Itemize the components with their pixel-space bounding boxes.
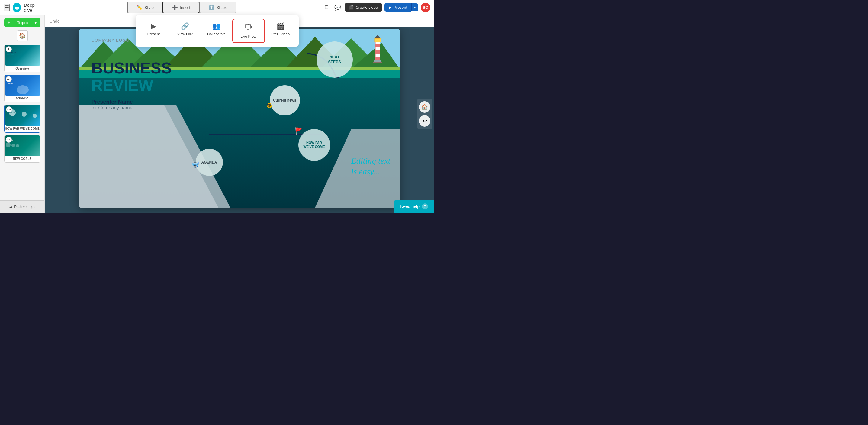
cloud-logo (13, 3, 21, 12)
agenda-label: AGENDA (201, 160, 217, 165)
hamburger-menu[interactable]: ☰ (4, 4, 10, 11)
share-collaborate-option[interactable]: 👥 Collaborate (201, 19, 232, 43)
share-tab[interactable]: ⬆️ Share (199, 1, 237, 13)
path-settings-button[interactable]: ⇄ Path settings (0, 200, 45, 213)
slide-badge-2-3: 2-3 (6, 76, 12, 82)
agenda-circle[interactable]: AGENDA (196, 149, 223, 176)
next-steps-circle[interactable]: NEXTSTEPS (316, 41, 353, 78)
slide-label-overview: Overview (4, 65, 40, 72)
style-icon: ✏️ (136, 4, 143, 10)
company-name-sub: for Company name (92, 105, 172, 111)
slide-badge-12-20: 12-20 (6, 137, 12, 143)
how-far-circle[interactable]: HOW FARWE'VE COME (299, 129, 330, 161)
business-text: BUSINESS (92, 60, 172, 77)
prezi-video-icon: 🎬 (276, 22, 284, 30)
need-help-button[interactable]: Need help ? (394, 200, 434, 213)
insert-tab[interactable]: ➕ Insert (163, 1, 199, 13)
sidebar: + Topic ▾ 🏠 1 BUSINESS REVIEW Overview 2… (0, 15, 45, 213)
svg-rect-3 (246, 25, 250, 28)
fish-illustration: 🐠 (266, 102, 273, 109)
plus-icon: + (8, 20, 10, 25)
editing-text: Editing textis easy... (351, 155, 391, 177)
slide-thumb-howfar[interactable]: 4-11 HOW FAR HOW FAR WE'VE COME (4, 105, 40, 133)
help-question-icon: ? (422, 203, 428, 209)
presenter-name: Presenter Name (92, 99, 172, 105)
company-logo-text: COMPANY COMPANY LOGOLOGO (92, 38, 130, 42)
slide-preview-overview: 1 BUSINESS REVIEW (4, 45, 40, 65)
topic-caret-icon: ▾ (34, 20, 36, 25)
present-button-group: ▶ Present ▾ (384, 3, 418, 12)
slide-thumb-overview[interactable]: 1 BUSINESS REVIEW Overview (4, 45, 40, 72)
insert-icon: ➕ (172, 4, 178, 10)
slide-label-agenda: AGENDA (4, 95, 40, 102)
slide-badge-4-11: 4-11 (6, 106, 12, 112)
topbar: ☰ Deep dive ✏️ Style ➕ Insert ⬆️ Share 🗒… (0, 0, 434, 15)
review-text: REVIEW (92, 77, 172, 94)
how-far-label: HOW FARWE'VE COME (303, 141, 325, 149)
slide-thumb-agenda[interactable]: 2-3 AGENDA AGENDA (4, 75, 40, 102)
share-dropdown: ▶ Present 🔗 View Link 👥 Collaborate Live… (135, 15, 299, 47)
undo-label[interactable]: Undo (50, 19, 60, 24)
slide-preview-newgoals: 12-20 NEW GOALS (4, 135, 40, 156)
link-icon: 🔗 (181, 22, 189, 30)
path-settings-icon: ⇄ (9, 205, 12, 209)
share-viewlink-option[interactable]: 🔗 View Link (169, 19, 201, 43)
next-steps-label: NEXTSTEPS (328, 55, 341, 64)
topbar-left: ☰ Deep dive (0, 2, 45, 13)
present-button[interactable]: ▶ Present (384, 3, 411, 12)
home-slide-button[interactable]: 🏠 (17, 30, 28, 41)
slide-label-howfar: HOW FAR WE'VE COME (5, 126, 40, 132)
slide-badge-1: 1 (6, 46, 12, 52)
slide-content: COMPANY COMPANY LOGOLOGO BUSINESS REVIEW… (80, 29, 400, 208)
slide-preview-agenda: 2-3 AGENDA (4, 75, 40, 95)
topic-button[interactable]: + Topic ▾ (4, 18, 40, 27)
style-tab[interactable]: ✏️ Style (127, 1, 163, 13)
collaborate-icon: 👥 (212, 22, 220, 30)
video-camera-icon: 🎬 (349, 5, 354, 10)
diver-illustration: 🤿 (191, 161, 199, 168)
share-prezivideo-option[interactable]: 🎬 Prezi Video (265, 19, 296, 43)
present-dropdown-caret[interactable]: ▾ (411, 3, 418, 11)
slide-thumb-newgoals[interactable]: 12-20 NEW GOALS NEW GOALS (4, 135, 40, 163)
right-nav-icons: 🏠 ↩ (417, 99, 432, 129)
right-back-button[interactable]: ↩ (419, 115, 430, 126)
present-dropdown-icon: ▶ (151, 22, 156, 30)
topbar-center: ✏️ Style ➕ Insert ⬆️ Share (45, 1, 319, 13)
svg-point-2 (17, 7, 19, 9)
create-video-button[interactable]: 🎬 Create video (345, 3, 382, 12)
topbar-right: 🗒 💬 🎬 Create video ▶ Present ▾ SO (319, 3, 434, 12)
notes-icon[interactable]: 🗒 (323, 3, 331, 12)
comment-icon[interactable]: 💬 (333, 3, 342, 12)
business-review-title: BUSINESS REVIEW Presenter Name for Compa… (92, 60, 172, 111)
current-news-circle[interactable]: Current news (270, 85, 300, 115)
slide-preview-howfar: 4-11 HOW FAR (5, 105, 40, 126)
play-icon: ▶ (389, 5, 392, 10)
share-icon: ⬆️ (208, 4, 214, 10)
presentation-slide: COMPANY COMPANY LOGOLOGO BUSINESS REVIEW… (80, 29, 400, 208)
share-liveprezi-option[interactable]: Live Prezi (232, 19, 265, 43)
flag-illustration: 🚩 (295, 127, 303, 135)
slide-label-newgoals: NEW GOALS (4, 156, 40, 162)
live-prezi-icon (245, 23, 252, 33)
share-present-option[interactable]: ▶ Present (138, 19, 169, 43)
current-news-label: Current news (273, 98, 296, 103)
user-avatar[interactable]: SO (421, 3, 430, 12)
svg-point-1 (15, 7, 17, 9)
right-home-button[interactable]: 🏠 (419, 101, 430, 113)
app-title: Deep dive (24, 2, 41, 13)
